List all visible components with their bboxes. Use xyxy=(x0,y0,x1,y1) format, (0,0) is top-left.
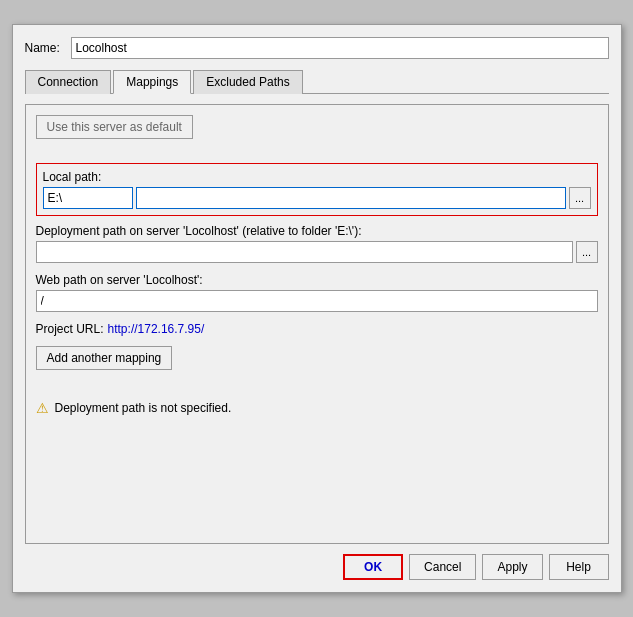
deployment-path-browse-button[interactable]: ... xyxy=(576,241,598,263)
name-row: Name: xyxy=(25,37,609,59)
name-label: Name: xyxy=(25,41,65,55)
deployment-path-row: ... xyxy=(36,241,598,263)
web-path-input[interactable] xyxy=(36,290,598,312)
local-path-row: ... xyxy=(43,187,591,209)
deployment-path-section: Deployment path on server 'Locolhost' (r… xyxy=(36,224,598,263)
local-path-extended-input[interactable] xyxy=(136,187,566,209)
dialog-container: Name: Connection Mappings Excluded Paths… xyxy=(12,24,622,593)
use-default-button[interactable]: Use this server as default xyxy=(36,115,193,139)
project-url-label: Project URL: xyxy=(36,322,104,336)
dialog-footer: OK Cancel Apply Help xyxy=(25,554,609,580)
web-path-section: Web path on server 'Locolhost': xyxy=(36,273,598,312)
add-mapping-button[interactable]: Add another mapping xyxy=(36,346,173,370)
local-path-browse-button[interactable]: ... xyxy=(569,187,591,209)
deployment-path-label: Deployment path on server 'Locolhost' (r… xyxy=(36,224,598,238)
warning-text: Deployment path is not specified. xyxy=(55,401,232,415)
warning-icon: ⚠ xyxy=(36,400,49,416)
web-path-label: Web path on server 'Locolhost': xyxy=(36,273,598,287)
warning-row: ⚠ Deployment path is not specified. xyxy=(36,400,598,416)
tab-connection[interactable]: Connection xyxy=(25,70,112,94)
ok-button[interactable]: OK xyxy=(343,554,403,580)
help-button[interactable]: Help xyxy=(549,554,609,580)
project-url-link[interactable]: http://172.16.7.95/ xyxy=(108,322,205,336)
local-path-input[interactable] xyxy=(43,187,133,209)
tab-excluded-paths[interactable]: Excluded Paths xyxy=(193,70,302,94)
deployment-path-input[interactable] xyxy=(36,241,573,263)
tab-content-mappings: Use this server as default Local path: .… xyxy=(25,104,609,544)
apply-button[interactable]: Apply xyxy=(482,554,542,580)
project-url-row: Project URL: http://172.16.7.95/ xyxy=(36,322,598,336)
local-path-group: Local path: ... xyxy=(36,163,598,216)
name-input[interactable] xyxy=(71,37,609,59)
cancel-button[interactable]: Cancel xyxy=(409,554,476,580)
local-path-label: Local path: xyxy=(43,170,591,184)
tab-mappings[interactable]: Mappings xyxy=(113,70,191,94)
tabs-container: Connection Mappings Excluded Paths xyxy=(25,69,609,94)
